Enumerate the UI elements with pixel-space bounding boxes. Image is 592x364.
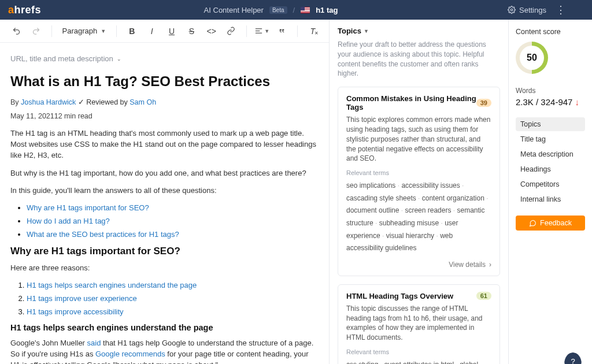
paragraph: Here are three reasons: [10, 263, 319, 274]
breadcrumb-sep: / [293, 6, 295, 14]
paragraph: In this guide, you'll learn the answers … [10, 185, 319, 196]
quote-button[interactable] [273, 23, 290, 39]
score-pane: Content score 50 Words 2.3K / 324-947 ↓ … [509, 20, 592, 364]
feedback-button[interactable]: Feedback [516, 216, 585, 231]
nav-item-headings[interactable]: Headings [516, 162, 585, 176]
logo[interactable]: ahrefs [8, 4, 41, 16]
link-button[interactable] [223, 23, 239, 39]
topics-dropdown[interactable]: Topics▼ [338, 27, 500, 35]
gear-icon [508, 6, 516, 14]
chat-icon [529, 220, 536, 227]
relevant-terms-label: Relevant terms [346, 169, 491, 176]
redo-icon [32, 27, 40, 35]
relevant-terms: css stylingevent attributes in htmlgloba… [346, 359, 491, 364]
chevron-down-icon: ▼ [264, 28, 269, 34]
list-item: Why are H1 tags important for SEO? [27, 203, 319, 212]
topic-body: This topic explores common errors made w… [346, 115, 491, 164]
date-read: May 11, 202112 min read [10, 112, 319, 120]
page-title: What is an H1 Tag? SEO Best Practices [10, 73, 319, 90]
content-score-ring: 50 [516, 42, 548, 74]
inline-link[interactable]: Google recommends [95, 350, 165, 358]
content-score-value: 50 [520, 46, 544, 70]
topic-score-badge: 39 [476, 99, 491, 107]
topbar: ahrefs AI Content Helper Beta / h1 tag S… [0, 0, 592, 20]
code-button[interactable]: <> [203, 23, 219, 39]
chevron-down-icon: ⌄ [117, 56, 121, 62]
relevant-terms: seo implicationsaccessibility issuescasc… [346, 180, 491, 255]
chevron-down-icon: ▼ [101, 28, 106, 34]
align-button[interactable]: ▼ [254, 23, 270, 39]
topic-body: This topic discusses the range of HTML h… [346, 304, 491, 343]
document-body[interactable]: URL, title and meta description ⌄ What i… [0, 43, 329, 364]
paragraph: The H1 tag is an HTML heading that's mos… [10, 128, 319, 161]
topic-title: Common Mistakes in Using Heading Tags [346, 94, 476, 112]
undo-icon [12, 27, 21, 35]
topic-title: HTML Heading Tags Overview [346, 292, 453, 300]
topics-description: Refine your draft to better address the … [338, 40, 500, 79]
align-icon [254, 27, 263, 35]
nav-item-internal-links[interactable]: Internal links [516, 192, 585, 206]
breadcrumb: AI Content Helper Beta / h1 tag [41, 6, 501, 14]
block-style-select[interactable]: Paragraph▼ [59, 27, 110, 35]
nav-item-competitors[interactable]: Competitors [516, 177, 585, 191]
clear-format-button[interactable]: T✕ [305, 23, 321, 39]
redo-button[interactable] [28, 23, 44, 39]
heading-2: Why are H1 tags important for SEO? [10, 246, 319, 257]
link-icon [227, 27, 235, 35]
list-item: H1 tags improve user experience [27, 294, 319, 303]
undo-button[interactable] [8, 23, 24, 39]
list-item: H1 tags improve accessibility [27, 307, 319, 316]
paragraph: Google's John Mueller said that H1 tags … [10, 338, 319, 364]
author-link[interactable]: Joshua Hardwick [21, 98, 76, 106]
toc-list: Why are H1 tags important for SEO? How d… [10, 203, 319, 239]
words-label: Words [516, 87, 585, 95]
topic-card: HTML Heading Tags Overview 61 This topic… [338, 284, 500, 364]
chevron-down-icon: ▼ [364, 28, 369, 34]
section-nav: Topics Title tag Meta description Headin… [516, 117, 585, 206]
list-item: How do I add an H1 tag? [27, 217, 319, 225]
nav-item-topics[interactable]: Topics [516, 117, 585, 131]
chevron-right-icon: › [489, 261, 491, 269]
url-meta-toggle[interactable]: URL, title and meta description ⌄ [10, 54, 319, 63]
nav-item-title-tag[interactable]: Title tag [516, 132, 585, 146]
svg-point-0 [510, 9, 513, 11]
underline-button[interactable]: U [164, 23, 180, 39]
list-item: H1 tags helps search engines understand … [27, 281, 319, 289]
list-item: What are the SEO best practices for H1 t… [27, 230, 319, 239]
settings-button[interactable]: Settings [508, 6, 546, 14]
content-score-label: Content score [516, 28, 585, 36]
reviewer-link[interactable]: Sam Oh [130, 98, 156, 106]
italic-button[interactable]: I [144, 23, 160, 39]
nav-item-meta-description[interactable]: Meta description [516, 147, 585, 161]
editor-pane: Paragraph▼ B I U S <> ▼ T✕ URL, title an… [0, 20, 330, 364]
paragraph: But why is the H1 tag important, how do … [10, 168, 319, 179]
topic-card: Common Mistakes in Using Heading Tags 39… [338, 87, 500, 276]
inline-link[interactable]: said [87, 339, 101, 347]
more-menu-icon[interactable]: ⋮ [556, 5, 566, 15]
reasons-list: H1 tags helps search engines understand … [10, 281, 319, 316]
arrow-down-icon: ↓ [575, 97, 580, 107]
relevant-terms-label: Relevant terms [346, 348, 491, 355]
view-details-button[interactable]: View details › [346, 261, 491, 269]
beta-badge: Beta [269, 6, 287, 14]
flag-us-icon [301, 7, 310, 13]
editor-toolbar: Paragraph▼ B I U S <> ▼ T✕ [0, 20, 329, 43]
strike-button[interactable]: S [183, 23, 199, 39]
bold-button[interactable]: B [124, 23, 140, 39]
heading-3: H1 tags helps search engines understand … [10, 323, 319, 332]
byline: By Joshua Hardwick ✓ Reviewed by Sam Oh [10, 98, 319, 106]
breadcrumb-topic: h1 tag [316, 6, 338, 14]
topics-pane: Topics▼ Refine your draft to better addr… [330, 20, 509, 364]
topic-score-badge: 61 [476, 292, 491, 300]
quote-icon [278, 27, 286, 35]
product-name: AI Content Helper [204, 6, 264, 14]
words-value: 2.3K / 324-947 ↓ [516, 97, 585, 107]
